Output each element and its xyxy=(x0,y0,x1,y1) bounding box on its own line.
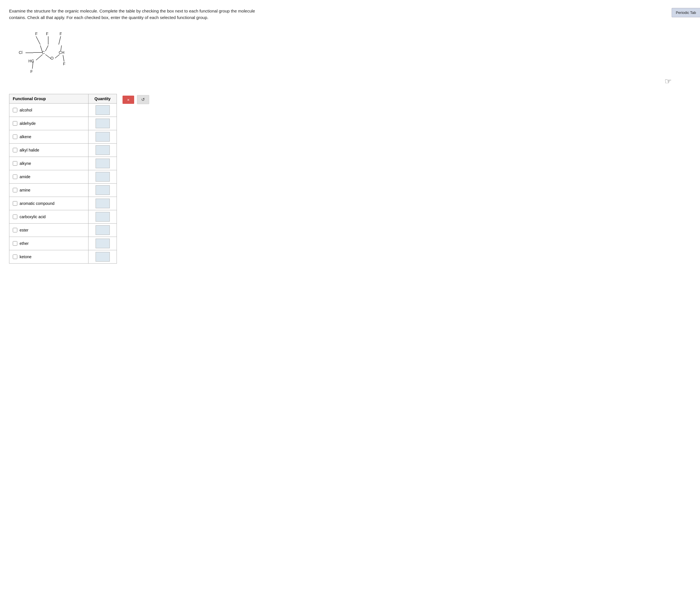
svg-text:C: C xyxy=(42,50,45,55)
row-label-ether[interactable]: ether xyxy=(13,241,85,246)
quantity-input-amine[interactable] xyxy=(96,185,110,195)
quantity-cell-carboxylic-acid xyxy=(88,210,117,224)
row-label-aromatic-compound[interactable]: aromatic compound xyxy=(13,201,85,206)
table-row: carboxylic acid xyxy=(9,210,117,224)
molecule-diagram: F F F Cl HC C O CH F F xyxy=(9,27,691,85)
quantity-input-carboxylic-acid[interactable] xyxy=(96,212,110,222)
checkbox-ketone[interactable] xyxy=(13,255,17,259)
table-row: alkene xyxy=(9,130,117,144)
quantity-input-ketone[interactable] xyxy=(96,252,110,262)
undo-button[interactable]: ↺ xyxy=(137,95,149,104)
row-label-aldehyde[interactable]: aldehyde xyxy=(13,121,85,126)
svg-line-17 xyxy=(55,54,60,58)
quantity-cell-amide xyxy=(88,170,117,184)
quantity-input-amide[interactable] xyxy=(96,172,110,182)
label-text-alkene: alkene xyxy=(20,135,31,139)
row-label-alkyne[interactable]: alkyne xyxy=(13,161,85,166)
functional-group-cell-aldehyde: aldehyde xyxy=(9,117,88,130)
quantity-cell-alkyl-halide xyxy=(88,144,117,157)
functional-group-cell-amide: amide xyxy=(9,170,88,184)
svg-text:CH: CH xyxy=(59,50,64,55)
svg-text:F: F xyxy=(35,32,38,36)
label-text-aldehyde: aldehyde xyxy=(20,121,36,126)
table-row: alkyne xyxy=(9,157,117,170)
quantity-input-alkyl-halide[interactable] xyxy=(96,145,110,155)
quantity-cell-ester xyxy=(88,224,117,237)
svg-text:F: F xyxy=(60,32,62,36)
row-label-alkyl-halide[interactable]: alkyl halide xyxy=(13,148,85,152)
functional-group-cell-alkyne: alkyne xyxy=(9,157,88,170)
label-text-ester: ester xyxy=(20,228,28,232)
svg-line-20 xyxy=(40,45,42,52)
quantity-input-aldehyde[interactable] xyxy=(96,119,110,128)
row-label-amide[interactable]: amide xyxy=(13,174,85,179)
checkbox-amine[interactable] xyxy=(13,188,17,192)
quantity-cell-ether xyxy=(88,237,117,250)
table-row: alkyl halide xyxy=(9,144,117,157)
quantity-input-aromatic-compound[interactable] xyxy=(96,199,110,208)
checkbox-carboxylic-acid[interactable] xyxy=(13,214,17,219)
quantity-cell-aldehyde xyxy=(88,117,117,130)
svg-line-18 xyxy=(63,55,64,62)
page-container: Periodic Tab Examine the structure for t… xyxy=(0,0,700,614)
checkbox-alcohol[interactable] xyxy=(13,108,17,112)
checkbox-aldehyde[interactable] xyxy=(13,121,17,126)
row-label-amine[interactable]: amine xyxy=(13,188,85,192)
table-row: amine xyxy=(9,184,117,197)
svg-line-15 xyxy=(36,54,42,60)
checkbox-amide[interactable] xyxy=(13,174,17,179)
svg-line-21 xyxy=(46,45,48,51)
table-section: Functional Group Quantity alcoholaldehyd… xyxy=(9,94,691,263)
table-row: amide xyxy=(9,170,117,184)
checkbox-alkyl-halide[interactable] xyxy=(13,148,17,152)
row-label-ketone[interactable]: ketone xyxy=(13,255,85,259)
svg-text:O: O xyxy=(50,56,54,60)
action-buttons: × ↺ xyxy=(123,95,149,104)
quantity-input-ester[interactable] xyxy=(96,225,110,235)
functional-group-cell-ether: ether xyxy=(9,237,88,250)
checkbox-ester[interactable] xyxy=(13,228,17,232)
functional-group-cell-amine: amine xyxy=(9,184,88,197)
label-text-alkyne: alkyne xyxy=(20,161,31,166)
functional-group-cell-ketone: ketone xyxy=(9,250,88,263)
quantity-input-alkene[interactable] xyxy=(96,132,110,142)
quantity-cell-alkyne xyxy=(88,157,117,170)
label-text-ketone: ketone xyxy=(20,255,32,259)
label-text-alcohol: alcohol xyxy=(20,108,32,112)
checkbox-aromatic-compound[interactable] xyxy=(13,201,17,206)
functional-group-cell-carboxylic-acid: carboxylic acid xyxy=(9,210,88,224)
label-text-amide: amide xyxy=(20,174,30,179)
label-text-amine: amine xyxy=(20,188,30,192)
svg-line-5 xyxy=(59,36,61,45)
row-label-carboxylic-acid[interactable]: carboxylic acid xyxy=(13,214,85,219)
label-text-alkyl-halide: alkyl halide xyxy=(20,148,39,152)
close-button[interactable]: × xyxy=(123,96,134,104)
svg-text:F: F xyxy=(46,32,49,36)
checkbox-ether[interactable] xyxy=(13,241,17,246)
quantity-input-ether[interactable] xyxy=(96,238,110,248)
quantity-input-alcohol[interactable] xyxy=(96,105,110,115)
functional-group-table: Functional Group Quantity alcoholaldehyd… xyxy=(9,94,117,263)
row-label-ester[interactable]: ester xyxy=(13,228,85,232)
functional-group-cell-aromatic-compound: aromatic compound xyxy=(9,197,88,210)
quantity-cell-aromatic-compound xyxy=(88,197,117,210)
col-quantity-header: Quantity xyxy=(88,94,117,103)
label-text-aromatic-compound: aromatic compound xyxy=(20,201,54,206)
label-text-carboxylic-acid: carboxylic acid xyxy=(20,214,46,219)
functional-group-cell-alcohol: alcohol xyxy=(9,103,88,117)
quantity-input-alkyne[interactable] xyxy=(96,159,110,168)
svg-text:F: F xyxy=(63,62,65,66)
checkbox-alkene[interactable] xyxy=(13,135,17,139)
quantity-cell-alcohol xyxy=(88,103,117,117)
checkbox-alkyne[interactable] xyxy=(13,161,17,166)
table-row: ketone xyxy=(9,250,117,263)
label-text-ether: ether xyxy=(20,241,29,246)
row-label-alcohol[interactable]: alcohol xyxy=(13,108,85,112)
periodic-table-button[interactable]: Periodic Tab xyxy=(672,8,700,17)
row-label-alkene[interactable]: alkene xyxy=(13,135,85,139)
quantity-cell-ketone xyxy=(88,250,117,263)
svg-line-16 xyxy=(46,54,51,59)
quantity-cell-amine xyxy=(88,184,117,197)
table-row: aldehyde xyxy=(9,117,117,130)
instructions-text: Examine the structure for the organic mo… xyxy=(9,8,264,21)
